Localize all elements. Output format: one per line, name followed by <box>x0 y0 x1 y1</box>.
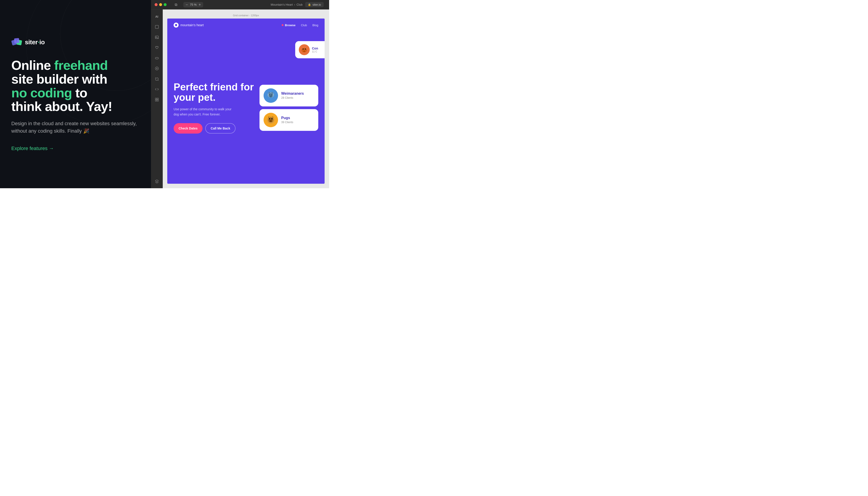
hero-buttons: Check Dates Call Me Back <box>174 123 255 134</box>
svg-point-18 <box>269 94 270 95</box>
svg-rect-9 <box>155 98 157 99</box>
svg-point-30 <box>305 49 306 50</box>
subtext: Design in the cloud and create new websi… <box>11 120 138 135</box>
weimaraner-info: Weimaraners 28 Clients <box>281 92 304 99</box>
headline-to: to <box>72 86 87 100</box>
site-nav: mountain's heart Browse Club Blog <box>167 18 325 32</box>
svg-point-24 <box>271 118 273 120</box>
editor-area: AI <box>151 10 329 188</box>
pug-card: Pugs 39 Clients <box>260 109 318 131</box>
browser-chrome: ⧉ − 75 % + Mountain's Heart › Club 🔒 sit… <box>151 0 329 10</box>
logo-text: siter·io <box>25 38 45 46</box>
canvas-area: Grid container - 1200px mountain's heart <box>163 10 329 188</box>
zoom-in-button[interactable]: + <box>199 3 201 7</box>
logo-dot: · <box>38 38 39 46</box>
close-button[interactable] <box>155 3 157 6</box>
site-logo-icon <box>174 22 179 28</box>
breadcrumb-page: Mountain's Heart <box>270 3 293 6</box>
heart-tool-button[interactable] <box>153 43 161 52</box>
layers-tool-button[interactable] <box>153 177 161 186</box>
svg-point-26 <box>270 121 272 122</box>
nav-active-dot <box>282 24 283 26</box>
weimaraner-avatar-img <box>264 88 278 103</box>
hero-text: Perfect friend for your pet. Use power o… <box>174 82 255 134</box>
code-tool-button[interactable] <box>153 85 161 94</box>
component-tool-button[interactable] <box>153 95 161 104</box>
logo-suffix: io <box>39 38 45 46</box>
site-nav-links: Browse Club Blog <box>282 24 318 27</box>
svg-rect-2 <box>14 38 19 43</box>
hero-heading: Perfect friend for your pet. <box>174 82 255 103</box>
nav-browse[interactable]: Browse <box>282 24 295 27</box>
svg-point-19 <box>271 94 272 95</box>
nav-club[interactable]: Club <box>301 24 307 27</box>
headline: Online freehand site builder with no cod… <box>11 59 140 114</box>
pug-avatar-img <box>264 113 278 127</box>
weimaraner-name: Weimaraners <box>281 92 304 96</box>
left-panel: siter·io Online freehand site builder wi… <box>0 0 151 188</box>
browser-controls: ⧉ <box>173 2 179 8</box>
site-logo: mountain's heart <box>174 22 204 28</box>
hero-subtext: Use power of the community to walk your … <box>174 107 237 117</box>
corgi-name: Con <box>312 47 318 50</box>
image-tool-button[interactable] <box>153 33 161 42</box>
map-tool-button[interactable] <box>153 75 161 83</box>
maximize-button[interactable] <box>164 3 167 6</box>
breadcrumb: Mountain's Heart › Club <box>270 3 303 6</box>
grid-label: Grid container - 1200px <box>167 14 325 17</box>
logo-row: siter·io <box>11 37 140 48</box>
call-me-back-button[interactable]: Call Me Back <box>205 123 235 134</box>
cards-right: Con 11 C <box>295 41 325 58</box>
minimize-button[interactable] <box>159 3 162 6</box>
corgi-info: Con 11 C <box>312 47 318 53</box>
pug-clients: 39 Clients <box>281 121 293 124</box>
headline-line4: think about. Yay! <box>11 99 112 114</box>
svg-point-29 <box>303 49 304 50</box>
headline-no-coding: no coding <box>11 86 72 100</box>
svg-point-20 <box>270 96 272 97</box>
ai-tool-button[interactable]: AI <box>153 12 161 21</box>
site-logo-text: mountain's heart <box>181 23 204 27</box>
nav-blog[interactable]: Blog <box>312 24 318 27</box>
left-toolbar: AI <box>151 10 163 188</box>
corgi-clients: 11 C <box>312 50 318 53</box>
weimaraner-card: Weimaraners 28 Clients <box>260 85 318 106</box>
headline-line2: site builder with <box>11 72 107 86</box>
nav-club-label: Club <box>301 24 307 27</box>
weimaraner-clients: 28 Clients <box>281 96 304 99</box>
split-view-button[interactable]: ⧉ <box>173 2 179 8</box>
zoom-value: 75 % <box>189 3 197 6</box>
traffic-lights <box>155 3 167 6</box>
siter-logo-icon <box>11 37 22 48</box>
svg-rect-12 <box>157 100 158 101</box>
check-dates-button[interactable]: Check Dates <box>174 123 203 134</box>
svg-rect-6 <box>155 57 158 59</box>
video-tool-button[interactable] <box>153 64 161 73</box>
explore-link[interactable]: Explore features → <box>11 145 140 151</box>
breadcrumb-section: Club <box>297 3 303 6</box>
corgi-partial-card: Con 11 C <box>295 41 325 58</box>
corgi-avatar <box>299 44 310 55</box>
url-text: siter.io <box>312 3 321 6</box>
shape-tool-button[interactable] <box>153 54 161 62</box>
headline-freehand: freehand <box>54 58 108 73</box>
cards-column: Weimaraners 28 Clients <box>260 85 318 131</box>
right-panel: ⧉ − 75 % + Mountain's Heart › Club 🔒 sit… <box>151 0 329 188</box>
pug-avatar <box>264 113 278 127</box>
nav-browse-label: Browse <box>285 24 295 27</box>
svg-point-31 <box>303 51 305 52</box>
site-preview: mountain's heart Browse Club Blog <box>167 18 325 184</box>
zoom-out-button[interactable]: − <box>186 3 188 7</box>
svg-rect-11 <box>155 100 157 101</box>
frame-tool-button[interactable] <box>153 22 161 31</box>
breadcrumb-separator: › <box>294 3 295 6</box>
nav-blog-label: Blog <box>312 24 318 27</box>
pug-name: Pugs <box>281 116 293 120</box>
svg-point-5 <box>156 36 156 37</box>
lock-icon: 🔒 <box>308 3 311 6</box>
svg-marker-8 <box>156 68 158 69</box>
zoom-control: − 75 % + <box>183 2 203 7</box>
logo-name: siter <box>25 38 38 46</box>
address-bar[interactable]: 🔒 siter.io <box>305 2 324 7</box>
svg-point-23 <box>269 118 270 120</box>
